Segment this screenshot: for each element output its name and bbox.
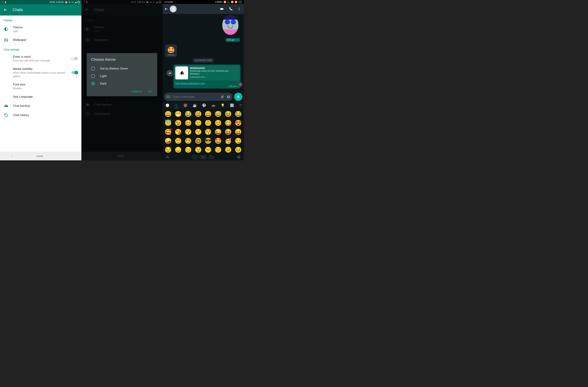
emoji-item[interactable]: 😂 xyxy=(185,111,192,117)
scroll-down-icon[interactable] xyxy=(237,82,243,87)
font-size-row[interactable]: Font size Medium xyxy=(0,80,81,92)
media-toggle[interactable] xyxy=(71,71,78,74)
chat-backup-row[interactable]: Chat backup xyxy=(0,101,81,111)
emoji-item[interactable]: 😂 xyxy=(234,111,242,117)
emoji-item[interactable]: 😆 xyxy=(224,111,232,117)
ok-button[interactable]: OK xyxy=(148,90,152,93)
emoji-item[interactable]: 🥰 xyxy=(164,128,172,135)
emoji-item[interactable]: 🤩 xyxy=(214,137,222,144)
sticker-mode-button[interactable]: ◻ xyxy=(209,156,214,159)
tab-objects-icon[interactable]: 💡 xyxy=(221,103,225,108)
backspace-icon[interactable] xyxy=(236,155,241,159)
cancel-button[interactable]: CANCEL xyxy=(131,90,143,93)
emoji-item[interactable]: 🙂 xyxy=(194,120,202,126)
emoji-item[interactable]: 🤓 xyxy=(194,137,202,144)
emoji-mode-button[interactable]: ☺ xyxy=(192,156,197,159)
mic-button[interactable] xyxy=(234,93,242,101)
avatar[interactable] xyxy=(170,5,177,12)
theme-option-light[interactable]: Light xyxy=(91,72,153,80)
emoji-item[interactable]: 😄 xyxy=(205,111,212,117)
emoji-item[interactable]: 😜 xyxy=(214,128,222,135)
search-icon[interactable] xyxy=(166,155,169,159)
emoji-item[interactable]: 😁 xyxy=(174,111,182,117)
tab-activity-icon[interactable]: ⚽ xyxy=(202,103,206,108)
back-icon[interactable] xyxy=(164,7,168,11)
app-language-row[interactable]: App Language xyxy=(0,92,81,101)
tab-recent-icon[interactable]: 🕒 xyxy=(166,103,169,108)
input-pill[interactable] xyxy=(164,93,233,101)
emoji-item[interactable]: 😕 xyxy=(205,146,212,153)
incoming-message[interactable]: 🤩 6:09 pm xyxy=(165,44,177,57)
emoji-item[interactable]: 😃 xyxy=(194,111,202,117)
forward-icon[interactable] xyxy=(167,70,173,76)
emoji-item[interactable]: 😚 xyxy=(205,128,212,135)
back-icon[interactable] xyxy=(4,8,7,12)
radio-icon[interactable] xyxy=(91,74,95,78)
emoji-item[interactable]: ☹️ xyxy=(224,146,232,153)
theme-value: Light xyxy=(13,30,78,33)
emoji-item[interactable]: 😅 xyxy=(214,111,222,117)
nav-back-icon[interactable]: ‹ xyxy=(12,154,13,158)
sticker-message[interactable] xyxy=(220,15,240,38)
media-visibility-row[interactable]: Media visibility Show newly downloaded m… xyxy=(0,65,81,80)
emoji-item[interactable]: 😊 xyxy=(185,120,192,126)
emoji-item[interactable]: 😉 xyxy=(174,120,182,126)
emoji-item[interactable]: 😇 xyxy=(164,120,172,126)
emoji-item[interactable]: 🧐 xyxy=(185,137,192,144)
emoji-item[interactable]: 😙 xyxy=(194,128,202,135)
tab-flags-icon[interactable]: 🏳 xyxy=(239,103,243,108)
emoji-item[interactable]: 🤨 xyxy=(174,137,182,144)
emoji-item[interactable]: 🥳 xyxy=(224,137,232,144)
emoji-item[interactable]: 😎 xyxy=(205,137,212,144)
message-input-bar xyxy=(163,91,244,102)
more-icon[interactable] xyxy=(237,7,241,11)
emoji-item[interactable]: ☺️ xyxy=(214,120,222,126)
emoji-item[interactable]: 😗 xyxy=(185,128,192,135)
keyboard-icon[interactable] xyxy=(166,95,170,99)
gif-mode-button[interactable]: GIF xyxy=(200,156,206,159)
emoji-item[interactable]: 😝 xyxy=(224,128,232,135)
nav-home-pill[interactable] xyxy=(36,156,43,157)
link-message[interactable]: WABetaInfo WhatsApp news for iOS, Androi… xyxy=(173,64,241,88)
chat-body[interactable]: 6:03 pm ✓✓ 🤩 6:09 pm 16 AUGUST 2019 WABe… xyxy=(163,14,244,91)
emoji-item[interactable]: 😘 xyxy=(174,128,182,135)
emoji-item[interactable]: 😣 xyxy=(234,146,242,153)
theme-option-dark[interactable]: Dark xyxy=(91,80,153,87)
camera-icon[interactable] xyxy=(227,95,231,99)
video-call-icon[interactable] xyxy=(220,7,224,11)
emoji-item[interactable]: 🙁 xyxy=(214,146,222,153)
tab-travel-icon[interactable]: 🚗 xyxy=(211,103,215,108)
chat-history-row[interactable]: Chat history xyxy=(0,111,81,120)
location-icon: 📍 xyxy=(1,1,4,3)
emoji-item[interactable]: 😍 xyxy=(234,120,242,126)
attach-icon[interactable] xyxy=(220,95,224,99)
emoji-item[interactable]: 😛 xyxy=(234,128,242,135)
tab-symbols-icon[interactable]: 🔣 xyxy=(230,103,234,108)
tab-smileys-icon[interactable]: ☺ xyxy=(175,103,178,108)
enter-is-send-row[interactable]: Enter is send Enter key will send your m… xyxy=(0,53,81,65)
emoji-item[interactable]: 😀 xyxy=(164,111,172,117)
voice-call-icon[interactable] xyxy=(229,7,233,11)
link-preview[interactable]: WABetaInfo WhatsApp news for iOS, Androi… xyxy=(174,65,240,81)
status-bar: 12:44 AM 1.8KB/s 📶 VoLTE 📶 📶 21 xyxy=(163,0,244,4)
emoji-item[interactable]: 😔 xyxy=(185,146,192,153)
emoji-item[interactable]: 😟 xyxy=(194,146,202,153)
emoji-item[interactable]: 😋 xyxy=(224,120,232,126)
emoji-item[interactable]: 🤪 xyxy=(164,137,172,144)
radio-icon[interactable] xyxy=(91,82,95,86)
emoji-item[interactable]: 😏 xyxy=(234,137,242,144)
wifi-icon: 📶 xyxy=(235,1,237,3)
battery-icon: ▮ xyxy=(5,1,6,3)
emoji-item[interactable]: 🙃 xyxy=(205,120,212,126)
theme-row[interactable]: Theme Light xyxy=(0,23,81,35)
enter-send-toggle[interactable] xyxy=(71,57,78,60)
tab-food-icon[interactable]: ☕ xyxy=(193,103,197,108)
theme-option-battery-saver[interactable]: Set by Battery Saver xyxy=(91,65,153,72)
radio-icon[interactable] xyxy=(91,67,95,71)
message-input[interactable] xyxy=(172,95,218,99)
link-url[interactable]: http://www.wabetainfo.com xyxy=(174,81,240,85)
wallpaper-row[interactable]: Wallpaper xyxy=(0,35,81,45)
emoji-item[interactable]: 😒 xyxy=(164,146,172,153)
emoji-item[interactable]: 😞 xyxy=(174,146,182,153)
tab-animals-icon[interactable]: 🐻 xyxy=(183,103,187,108)
